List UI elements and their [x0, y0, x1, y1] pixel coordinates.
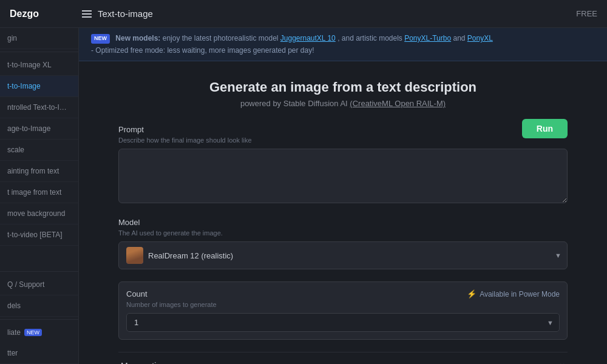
top-header: Dezgo Text-to-image FREE	[0, 0, 607, 28]
announcement-and: and	[453, 34, 467, 42]
ponyxl-link[interactable]: PonyXL	[467, 34, 493, 42]
run-button[interactable]: Run	[522, 119, 568, 138]
main-content: NEW New models: enjoy the latest photore…	[79, 28, 607, 364]
sidebar-item-inpainting[interactable]: ainting from text	[0, 161, 78, 182]
prompt-row: Prompt Describe how the final image shou…	[118, 125, 568, 206]
model-thumb-face	[126, 247, 143, 264]
model-select[interactable]: RealDream 12 (realistic)	[118, 241, 568, 269]
power-mode-text: Available in Power Mode	[480, 290, 560, 298]
creative-ml-link[interactable]: (CreativeML Open RAIL-M)	[350, 99, 446, 108]
model-hint: The AI used to generate the image.	[118, 229, 568, 237]
announcement-line-1: NEW New models: enjoy the latest photore…	[91, 33, 595, 44]
model-selected-value: RealDream 12 (realistic)	[148, 251, 233, 260]
power-mode-badge: ⚡ Available in Power Mode	[467, 289, 560, 298]
new-models-label: New models:	[115, 34, 160, 42]
free-badge: FREE	[576, 9, 597, 18]
sidebar-item-twitter[interactable]: tter	[0, 343, 78, 364]
sidebar-item-image-to-image[interactable]: age-to-Image	[0, 118, 78, 140]
count-select[interactable]: 1	[126, 313, 560, 332]
count-row: Count ⚡ Available in Power Mode Number o…	[118, 281, 568, 340]
sidebar-item-text-to-image[interactable]: t-to-Image	[0, 76, 78, 97]
announcement-banner: NEW New models: enjoy the latest photore…	[79, 28, 607, 61]
sidebar-item-text-to-image-xl[interactable]: t-to-Image XL	[0, 55, 78, 76]
subtitle-text: powered by Stable Diffusion AI	[240, 99, 348, 108]
count-selected-value: 1	[134, 318, 138, 327]
model-row: Model The AI used to generate the image.…	[118, 218, 568, 269]
ponyxl-turbo-link[interactable]: PonyXL-Turbo	[404, 34, 451, 42]
sidebar-item-login[interactable]: gin	[0, 28, 78, 49]
power-icon: ⚡	[467, 289, 476, 298]
count-section: Count ⚡ Available in Power Mode Number o…	[118, 281, 568, 340]
form-subtitle: powered by Stable Diffusion AI (Creative…	[118, 99, 568, 108]
app-logo: Dezgo	[10, 8, 39, 19]
sidebar-item-faq[interactable]: Q / Support	[0, 274, 78, 295]
sidebar-divider-2	[0, 271, 78, 272]
form-area: Generate an image from a text descriptio…	[106, 61, 580, 364]
model-thumbnail	[126, 247, 143, 264]
count-label: Count	[126, 289, 148, 298]
hamburger-icon[interactable]	[82, 10, 92, 18]
sidebar-affiliate[interactable]: liate NEW	[0, 322, 78, 343]
prompt-textarea[interactable]	[118, 149, 568, 203]
page-title: Text-to-image	[98, 8, 153, 19]
new-badge: NEW	[91, 34, 110, 44]
more-options-label: More options	[121, 361, 170, 364]
count-label-row: Count ⚡ Available in Power Mode	[126, 289, 560, 298]
prompt-label: Prompt	[118, 125, 568, 134]
announcement-line-2: - Optimized free mode: less waiting, mor…	[91, 45, 595, 56]
sidebar-item-text-to-video[interactable]: t-to-video [BETA]	[0, 224, 78, 246]
model-label: Model	[118, 218, 568, 227]
sidebar: gin t-to-Image XL t-to-Image ntrolled Te…	[0, 28, 79, 364]
count-select-wrapper: 1 ▼	[126, 313, 560, 332]
more-options-chevron-icon: ∨	[559, 361, 565, 364]
sidebar-divider	[0, 52, 78, 52]
sidebar-item-upscale[interactable]: scale	[0, 140, 78, 161]
announcement-text-3: - Optimized free mode: less waiting, mor…	[91, 46, 314, 55]
sidebar-item-models[interactable]: dels	[0, 295, 78, 317]
sidebar-item-remove-bg[interactable]: move background	[0, 203, 78, 224]
prompt-hint: Describe how the final image should look…	[118, 136, 568, 144]
sidebar-item-controlled-text-to-image[interactable]: ntrolled Text-to-Image	[0, 97, 78, 118]
layout: gin t-to-Image XL t-to-Image ntrolled Te…	[0, 28, 607, 364]
affiliate-label: liate	[7, 328, 21, 337]
juggernaut-link[interactable]: JuggernautXL 10	[280, 34, 336, 42]
sidebar-item-erase[interactable]: t image from text	[0, 182, 78, 203]
count-hint: Number of images to generate	[126, 301, 560, 308]
affiliate-badge: NEW	[24, 329, 42, 336]
more-options-row[interactable]: More options ∨	[118, 352, 568, 364]
form-header: Generate an image from a text descriptio…	[118, 79, 568, 108]
page-title-area: Text-to-image	[82, 8, 153, 19]
model-select-wrapper: RealDream 12 (realistic) ▼	[118, 241, 568, 269]
announcement-text-1: enjoy the latest photorealistic model	[163, 34, 280, 42]
form-run-wrapper: Run Prompt Describe how the final image …	[118, 125, 568, 364]
form-title: Generate an image from a text descriptio…	[118, 79, 568, 95]
announcement-text-2: , and artistic models	[337, 34, 404, 42]
sidebar-divider-3	[0, 319, 78, 320]
